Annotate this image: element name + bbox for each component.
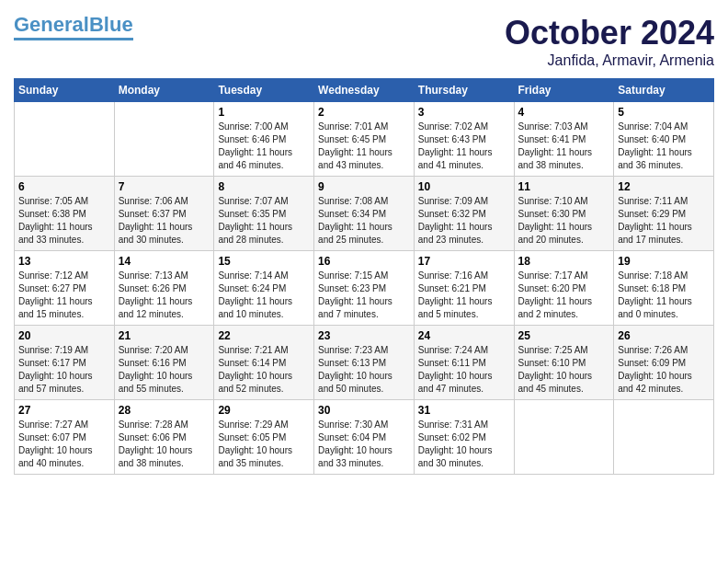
day-of-week-header: Monday [114, 79, 214, 102]
logo-underline [14, 38, 133, 40]
day-number: 13 [18, 255, 110, 268]
calendar-cell: 22Sunrise: 7:21 AM Sunset: 6:14 PM Dayli… [214, 326, 314, 400]
calendar-week-row: 20Sunrise: 7:19 AM Sunset: 6:17 PM Dayli… [15, 326, 714, 400]
day-number: 17 [418, 255, 510, 268]
day-detail: Sunrise: 7:09 AM Sunset: 6:32 PM Dayligh… [418, 195, 510, 247]
calendar-cell: 18Sunrise: 7:17 AM Sunset: 6:20 PM Dayli… [514, 251, 614, 326]
day-detail: Sunrise: 7:12 AM Sunset: 6:27 PM Dayligh… [18, 270, 110, 321]
calendar-week-row: 13Sunrise: 7:12 AM Sunset: 6:27 PM Dayli… [15, 251, 714, 326]
page-header: GeneralBlue October 2024 Janfida, Armavi… [14, 14, 714, 69]
day-number: 11 [518, 180, 610, 193]
day-number: 8 [218, 180, 310, 193]
day-detail: Sunrise: 7:28 AM Sunset: 6:06 PM Dayligh… [119, 419, 210, 470]
calendar-cell: 4Sunrise: 7:03 AM Sunset: 6:41 PM Daylig… [514, 102, 614, 177]
day-detail: Sunrise: 7:13 AM Sunset: 6:26 PM Dayligh… [119, 270, 210, 321]
day-number: 2 [318, 106, 410, 119]
day-detail: Sunrise: 7:06 AM Sunset: 6:37 PM Dayligh… [119, 195, 210, 247]
calendar-cell: 28Sunrise: 7:28 AM Sunset: 6:06 PM Dayli… [114, 400, 214, 475]
day-detail: Sunrise: 7:05 AM Sunset: 6:38 PM Dayligh… [18, 195, 110, 247]
day-detail: Sunrise: 7:19 AM Sunset: 6:17 PM Dayligh… [18, 344, 110, 396]
day-number: 4 [518, 106, 610, 119]
day-number: 12 [618, 180, 710, 193]
calendar-table: SundayMondayTuesdayWednesdayThursdayFrid… [14, 78, 714, 475]
calendar-cell: 12Sunrise: 7:11 AM Sunset: 6:29 PM Dayli… [614, 177, 714, 251]
calendar-cell: 30Sunrise: 7:30 AM Sunset: 6:04 PM Dayli… [314, 400, 415, 475]
day-number: 20 [18, 329, 110, 342]
calendar-cell: 14Sunrise: 7:13 AM Sunset: 6:26 PM Dayli… [114, 251, 214, 326]
day-number: 25 [518, 329, 610, 342]
calendar-cell: 16Sunrise: 7:15 AM Sunset: 6:23 PM Dayli… [314, 251, 415, 326]
day-number: 7 [119, 180, 210, 193]
title-section: October 2024 Janfida, Armavir, Armenia [505, 14, 714, 69]
calendar-cell: 29Sunrise: 7:29 AM Sunset: 6:05 PM Dayli… [214, 400, 314, 475]
day-detail: Sunrise: 7:31 AM Sunset: 6:02 PM Dayligh… [418, 419, 510, 470]
day-of-week-header: Friday [514, 79, 614, 102]
day-number: 30 [318, 404, 410, 417]
calendar-week-row: 6Sunrise: 7:05 AM Sunset: 6:38 PM Daylig… [15, 177, 714, 251]
calendar-cell: 21Sunrise: 7:20 AM Sunset: 6:16 PM Dayli… [114, 326, 214, 400]
day-number: 28 [119, 404, 210, 417]
day-number: 6 [18, 180, 110, 193]
calendar-week-row: 1Sunrise: 7:00 AM Sunset: 6:46 PM Daylig… [15, 102, 714, 177]
calendar-cell: 7Sunrise: 7:06 AM Sunset: 6:37 PM Daylig… [114, 177, 214, 251]
calendar-cell: 9Sunrise: 7:08 AM Sunset: 6:34 PM Daylig… [314, 177, 415, 251]
day-detail: Sunrise: 7:25 AM Sunset: 6:10 PM Dayligh… [518, 344, 610, 396]
day-number: 3 [418, 106, 510, 119]
day-detail: Sunrise: 7:21 AM Sunset: 6:14 PM Dayligh… [218, 344, 310, 396]
day-of-week-header: Saturday [614, 79, 714, 102]
calendar-cell: 19Sunrise: 7:18 AM Sunset: 6:18 PM Dayli… [614, 251, 714, 326]
day-detail: Sunrise: 7:29 AM Sunset: 6:05 PM Dayligh… [218, 419, 310, 470]
calendar-cell: 3Sunrise: 7:02 AM Sunset: 6:43 PM Daylig… [414, 102, 514, 177]
day-detail: Sunrise: 7:08 AM Sunset: 6:34 PM Dayligh… [318, 195, 410, 247]
calendar-cell [514, 400, 614, 475]
day-detail: Sunrise: 7:27 AM Sunset: 6:07 PM Dayligh… [18, 419, 110, 470]
day-number: 19 [618, 255, 710, 268]
day-detail: Sunrise: 7:14 AM Sunset: 6:24 PM Dayligh… [218, 270, 310, 321]
day-number: 18 [518, 255, 610, 268]
day-number: 16 [318, 255, 410, 268]
day-number: 24 [418, 329, 510, 342]
location-subtitle: Janfida, Armavir, Armenia [505, 52, 714, 69]
day-detail: Sunrise: 7:01 AM Sunset: 6:45 PM Dayligh… [318, 121, 410, 172]
day-number: 14 [119, 255, 210, 268]
day-number: 5 [618, 106, 710, 119]
day-number: 10 [418, 180, 510, 193]
day-detail: Sunrise: 7:04 AM Sunset: 6:40 PM Dayligh… [618, 121, 710, 172]
day-number: 22 [218, 329, 310, 342]
day-detail: Sunrise: 7:24 AM Sunset: 6:11 PM Dayligh… [418, 344, 510, 396]
day-detail: Sunrise: 7:07 AM Sunset: 6:35 PM Dayligh… [218, 195, 310, 247]
day-detail: Sunrise: 7:11 AM Sunset: 6:29 PM Dayligh… [618, 195, 710, 247]
day-number: 1 [218, 106, 310, 119]
day-detail: Sunrise: 7:17 AM Sunset: 6:20 PM Dayligh… [518, 270, 610, 321]
day-number: 23 [318, 329, 410, 342]
calendar-week-row: 27Sunrise: 7:27 AM Sunset: 6:07 PM Dayli… [15, 400, 714, 475]
day-detail: Sunrise: 7:03 AM Sunset: 6:41 PM Dayligh… [518, 121, 610, 172]
day-number: 26 [618, 329, 710, 342]
day-detail: Sunrise: 7:10 AM Sunset: 6:30 PM Dayligh… [518, 195, 610, 247]
calendar-cell: 23Sunrise: 7:23 AM Sunset: 6:13 PM Dayli… [314, 326, 415, 400]
day-number: 31 [418, 404, 510, 417]
calendar-header-row: SundayMondayTuesdayWednesdayThursdayFrid… [15, 79, 714, 102]
day-detail: Sunrise: 7:16 AM Sunset: 6:21 PM Dayligh… [418, 270, 510, 321]
calendar-cell: 1Sunrise: 7:00 AM Sunset: 6:46 PM Daylig… [214, 102, 314, 177]
logo-general: General [14, 13, 89, 36]
calendar-cell: 27Sunrise: 7:27 AM Sunset: 6:07 PM Dayli… [15, 400, 115, 475]
calendar-cell: 26Sunrise: 7:26 AM Sunset: 6:09 PM Dayli… [614, 326, 714, 400]
day-detail: Sunrise: 7:15 AM Sunset: 6:23 PM Dayligh… [318, 270, 410, 321]
day-of-week-header: Tuesday [214, 79, 314, 102]
day-detail: Sunrise: 7:23 AM Sunset: 6:13 PM Dayligh… [318, 344, 410, 396]
calendar-cell: 11Sunrise: 7:10 AM Sunset: 6:30 PM Dayli… [514, 177, 614, 251]
calendar-cell: 6Sunrise: 7:05 AM Sunset: 6:38 PM Daylig… [15, 177, 115, 251]
day-detail: Sunrise: 7:26 AM Sunset: 6:09 PM Dayligh… [618, 344, 710, 396]
calendar-cell [114, 102, 214, 177]
day-detail: Sunrise: 7:20 AM Sunset: 6:16 PM Dayligh… [119, 344, 210, 396]
calendar-cell: 17Sunrise: 7:16 AM Sunset: 6:21 PM Dayli… [414, 251, 514, 326]
day-detail: Sunrise: 7:30 AM Sunset: 6:04 PM Dayligh… [318, 419, 410, 470]
calendar-cell: 15Sunrise: 7:14 AM Sunset: 6:24 PM Dayli… [214, 251, 314, 326]
calendar-cell: 8Sunrise: 7:07 AM Sunset: 6:35 PM Daylig… [214, 177, 314, 251]
day-number: 21 [119, 329, 210, 342]
calendar-cell: 31Sunrise: 7:31 AM Sunset: 6:02 PM Dayli… [414, 400, 514, 475]
calendar-cell: 2Sunrise: 7:01 AM Sunset: 6:45 PM Daylig… [314, 102, 415, 177]
logo-text: GeneralBlue [14, 14, 133, 36]
day-detail: Sunrise: 7:00 AM Sunset: 6:46 PM Dayligh… [218, 121, 310, 172]
